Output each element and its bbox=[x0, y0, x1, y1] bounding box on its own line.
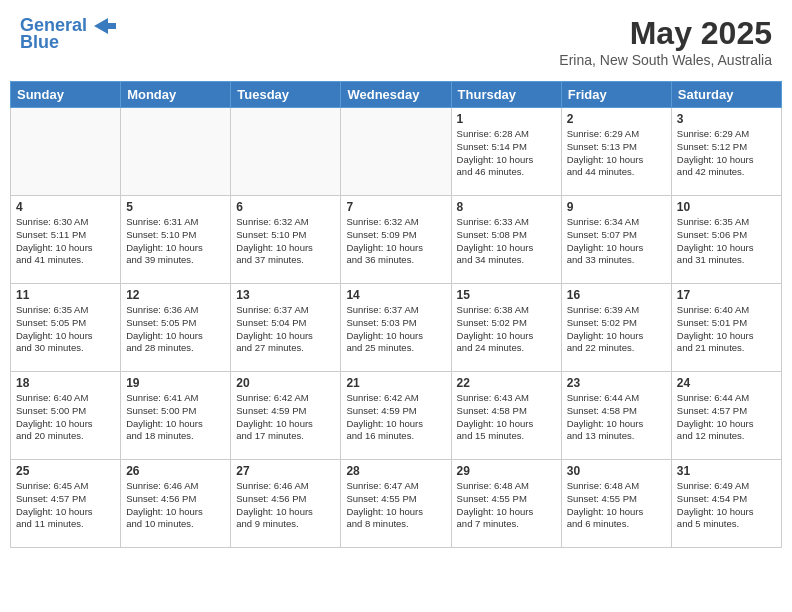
calendar-cell: 12Sunrise: 6:36 AM Sunset: 5:05 PM Dayli… bbox=[121, 284, 231, 372]
day-info: Sunrise: 6:41 AM Sunset: 5:00 PM Dayligh… bbox=[126, 392, 225, 443]
calendar-cell: 29Sunrise: 6:48 AM Sunset: 4:55 PM Dayli… bbox=[451, 460, 561, 548]
calendar-cell: 21Sunrise: 6:42 AM Sunset: 4:59 PM Dayli… bbox=[341, 372, 451, 460]
day-number: 27 bbox=[236, 464, 335, 478]
calendar-cell: 1Sunrise: 6:28 AM Sunset: 5:14 PM Daylig… bbox=[451, 108, 561, 196]
calendar-cell: 16Sunrise: 6:39 AM Sunset: 5:02 PM Dayli… bbox=[561, 284, 671, 372]
calendar-cell: 3Sunrise: 6:29 AM Sunset: 5:12 PM Daylig… bbox=[671, 108, 781, 196]
day-info: Sunrise: 6:48 AM Sunset: 4:55 PM Dayligh… bbox=[567, 480, 666, 531]
page-header: General Blue May 2025 Erina, New South W… bbox=[10, 10, 782, 73]
day-info: Sunrise: 6:37 AM Sunset: 5:04 PM Dayligh… bbox=[236, 304, 335, 355]
day-of-week-header: Sunday bbox=[11, 82, 121, 108]
day-info: Sunrise: 6:38 AM Sunset: 5:02 PM Dayligh… bbox=[457, 304, 556, 355]
day-number: 10 bbox=[677, 200, 776, 214]
day-number: 22 bbox=[457, 376, 556, 390]
calendar-cell: 8Sunrise: 6:33 AM Sunset: 5:08 PM Daylig… bbox=[451, 196, 561, 284]
day-info: Sunrise: 6:32 AM Sunset: 5:10 PM Dayligh… bbox=[236, 216, 335, 267]
day-info: Sunrise: 6:44 AM Sunset: 4:57 PM Dayligh… bbox=[677, 392, 776, 443]
calendar-cell: 9Sunrise: 6:34 AM Sunset: 5:07 PM Daylig… bbox=[561, 196, 671, 284]
calendar-cell: 22Sunrise: 6:43 AM Sunset: 4:58 PM Dayli… bbox=[451, 372, 561, 460]
day-number: 28 bbox=[346, 464, 445, 478]
day-number: 17 bbox=[677, 288, 776, 302]
day-info: Sunrise: 6:43 AM Sunset: 4:58 PM Dayligh… bbox=[457, 392, 556, 443]
logo-blue-text: Blue bbox=[20, 32, 59, 53]
month-title: May 2025 bbox=[559, 15, 772, 52]
day-info: Sunrise: 6:48 AM Sunset: 4:55 PM Dayligh… bbox=[457, 480, 556, 531]
day-info: Sunrise: 6:49 AM Sunset: 4:54 PM Dayligh… bbox=[677, 480, 776, 531]
day-number: 11 bbox=[16, 288, 115, 302]
svg-marker-0 bbox=[94, 18, 116, 34]
day-number: 1 bbox=[457, 112, 556, 126]
day-info: Sunrise: 6:46 AM Sunset: 4:56 PM Dayligh… bbox=[236, 480, 335, 531]
day-info: Sunrise: 6:35 AM Sunset: 5:06 PM Dayligh… bbox=[677, 216, 776, 267]
calendar-cell: 10Sunrise: 6:35 AM Sunset: 5:06 PM Dayli… bbox=[671, 196, 781, 284]
calendar-week-row: 4Sunrise: 6:30 AM Sunset: 5:11 PM Daylig… bbox=[11, 196, 782, 284]
calendar-cell: 18Sunrise: 6:40 AM Sunset: 5:00 PM Dayli… bbox=[11, 372, 121, 460]
day-number: 20 bbox=[236, 376, 335, 390]
day-number: 18 bbox=[16, 376, 115, 390]
day-number: 21 bbox=[346, 376, 445, 390]
day-number: 2 bbox=[567, 112, 666, 126]
day-info: Sunrise: 6:37 AM Sunset: 5:03 PM Dayligh… bbox=[346, 304, 445, 355]
day-number: 13 bbox=[236, 288, 335, 302]
calendar-cell: 30Sunrise: 6:48 AM Sunset: 4:55 PM Dayli… bbox=[561, 460, 671, 548]
day-info: Sunrise: 6:40 AM Sunset: 5:00 PM Dayligh… bbox=[16, 392, 115, 443]
day-number: 24 bbox=[677, 376, 776, 390]
calendar-cell: 13Sunrise: 6:37 AM Sunset: 5:04 PM Dayli… bbox=[231, 284, 341, 372]
calendar-cell: 7Sunrise: 6:32 AM Sunset: 5:09 PM Daylig… bbox=[341, 196, 451, 284]
day-of-week-header: Friday bbox=[561, 82, 671, 108]
calendar-week-row: 18Sunrise: 6:40 AM Sunset: 5:00 PM Dayli… bbox=[11, 372, 782, 460]
day-info: Sunrise: 6:42 AM Sunset: 4:59 PM Dayligh… bbox=[346, 392, 445, 443]
calendar-cell: 19Sunrise: 6:41 AM Sunset: 5:00 PM Dayli… bbox=[121, 372, 231, 460]
day-info: Sunrise: 6:47 AM Sunset: 4:55 PM Dayligh… bbox=[346, 480, 445, 531]
calendar-cell: 15Sunrise: 6:38 AM Sunset: 5:02 PM Dayli… bbox=[451, 284, 561, 372]
day-number: 16 bbox=[567, 288, 666, 302]
logo: General Blue bbox=[20, 15, 116, 53]
day-of-week-header: Tuesday bbox=[231, 82, 341, 108]
calendar-cell: 4Sunrise: 6:30 AM Sunset: 5:11 PM Daylig… bbox=[11, 196, 121, 284]
calendar-cell: 5Sunrise: 6:31 AM Sunset: 5:10 PM Daylig… bbox=[121, 196, 231, 284]
calendar-cell: 11Sunrise: 6:35 AM Sunset: 5:05 PM Dayli… bbox=[11, 284, 121, 372]
calendar-table: SundayMondayTuesdayWednesdayThursdayFrid… bbox=[10, 81, 782, 548]
day-number: 14 bbox=[346, 288, 445, 302]
day-info: Sunrise: 6:32 AM Sunset: 5:09 PM Dayligh… bbox=[346, 216, 445, 267]
calendar-cell bbox=[121, 108, 231, 196]
day-number: 4 bbox=[16, 200, 115, 214]
day-number: 3 bbox=[677, 112, 776, 126]
calendar-cell bbox=[231, 108, 341, 196]
calendar-cell: 2Sunrise: 6:29 AM Sunset: 5:13 PM Daylig… bbox=[561, 108, 671, 196]
day-number: 6 bbox=[236, 200, 335, 214]
day-of-week-header: Monday bbox=[121, 82, 231, 108]
day-number: 26 bbox=[126, 464, 225, 478]
day-info: Sunrise: 6:28 AM Sunset: 5:14 PM Dayligh… bbox=[457, 128, 556, 179]
day-info: Sunrise: 6:44 AM Sunset: 4:58 PM Dayligh… bbox=[567, 392, 666, 443]
day-info: Sunrise: 6:40 AM Sunset: 5:01 PM Dayligh… bbox=[677, 304, 776, 355]
calendar-cell: 17Sunrise: 6:40 AM Sunset: 5:01 PM Dayli… bbox=[671, 284, 781, 372]
day-number: 9 bbox=[567, 200, 666, 214]
calendar-cell: 27Sunrise: 6:46 AM Sunset: 4:56 PM Dayli… bbox=[231, 460, 341, 548]
calendar-cell: 20Sunrise: 6:42 AM Sunset: 4:59 PM Dayli… bbox=[231, 372, 341, 460]
calendar-cell bbox=[11, 108, 121, 196]
day-of-week-header: Thursday bbox=[451, 82, 561, 108]
day-info: Sunrise: 6:42 AM Sunset: 4:59 PM Dayligh… bbox=[236, 392, 335, 443]
day-info: Sunrise: 6:39 AM Sunset: 5:02 PM Dayligh… bbox=[567, 304, 666, 355]
calendar-cell: 6Sunrise: 6:32 AM Sunset: 5:10 PM Daylig… bbox=[231, 196, 341, 284]
calendar-cell: 24Sunrise: 6:44 AM Sunset: 4:57 PM Dayli… bbox=[671, 372, 781, 460]
day-info: Sunrise: 6:31 AM Sunset: 5:10 PM Dayligh… bbox=[126, 216, 225, 267]
day-of-week-header: Saturday bbox=[671, 82, 781, 108]
location-subtitle: Erina, New South Wales, Australia bbox=[559, 52, 772, 68]
day-number: 7 bbox=[346, 200, 445, 214]
day-info: Sunrise: 6:46 AM Sunset: 4:56 PM Dayligh… bbox=[126, 480, 225, 531]
calendar-week-row: 25Sunrise: 6:45 AM Sunset: 4:57 PM Dayli… bbox=[11, 460, 782, 548]
day-number: 19 bbox=[126, 376, 225, 390]
day-info: Sunrise: 6:36 AM Sunset: 5:05 PM Dayligh… bbox=[126, 304, 225, 355]
day-number: 12 bbox=[126, 288, 225, 302]
day-info: Sunrise: 6:45 AM Sunset: 4:57 PM Dayligh… bbox=[16, 480, 115, 531]
day-number: 8 bbox=[457, 200, 556, 214]
day-number: 23 bbox=[567, 376, 666, 390]
day-of-week-header: Wednesday bbox=[341, 82, 451, 108]
day-number: 30 bbox=[567, 464, 666, 478]
calendar-cell: 23Sunrise: 6:44 AM Sunset: 4:58 PM Dayli… bbox=[561, 372, 671, 460]
calendar-header-row: SundayMondayTuesdayWednesdayThursdayFrid… bbox=[11, 82, 782, 108]
calendar-cell bbox=[341, 108, 451, 196]
calendar-cell: 14Sunrise: 6:37 AM Sunset: 5:03 PM Dayli… bbox=[341, 284, 451, 372]
